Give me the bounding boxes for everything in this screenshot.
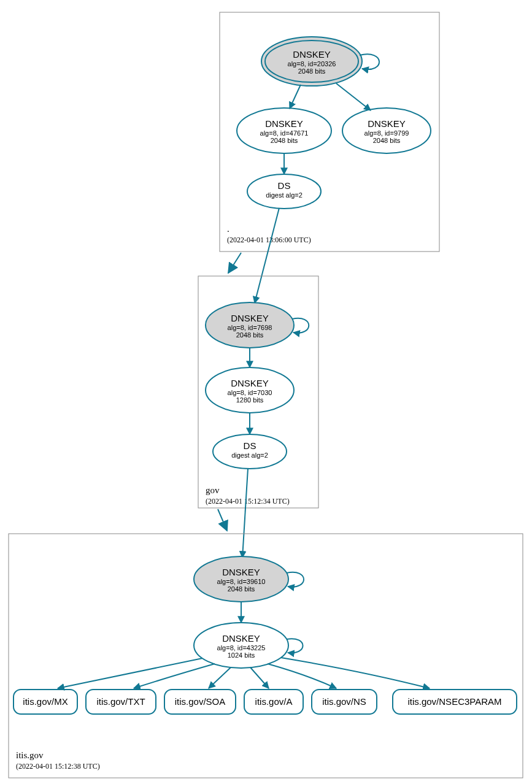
svg-text:1280 bits: 1280 bits (236, 396, 264, 404)
dnssec-chain-diagram: . (2022-04-01 13:06:00 UTC) DNSKEY alg=8… (0, 0, 532, 784)
zone-gov-label: gov (206, 485, 220, 495)
edge-root-to-gov-zone (228, 253, 241, 273)
edge-zsk-to-soa (209, 667, 231, 688)
svg-text:DNSKEY: DNSKEY (222, 633, 260, 644)
node-rr-mx: itis.gov/MX (13, 690, 77, 714)
svg-text:alg=8, id=39610: alg=8, id=39610 (217, 578, 266, 585)
svg-text:DNSKEY: DNSKEY (293, 49, 331, 60)
node-rr-ns: itis.gov/NS (312, 690, 377, 714)
svg-text:2048 bits: 2048 bits (228, 585, 255, 593)
svg-text:2048 bits: 2048 bits (373, 137, 401, 144)
svg-text:2048 bits: 2048 bits (271, 137, 298, 144)
svg-text:alg=8, id=20326: alg=8, id=20326 (288, 60, 336, 67)
edge-zsk-to-txt (134, 664, 215, 688)
node-root-ksk: DNSKEY alg=8, id=20326 2048 bits (261, 37, 362, 86)
svg-text:alg=8, id=7030: alg=8, id=7030 (228, 389, 272, 396)
svg-text:DNSKEY: DNSKEY (265, 118, 303, 129)
svg-text:alg=8, id=43225: alg=8, id=43225 (217, 644, 266, 651)
svg-text:itis.gov/NS: itis.gov/NS (322, 696, 366, 707)
zone-itis-timestamp: (2022-04-01 15:12:38 UTC) (16, 762, 100, 771)
svg-text:alg=8, id=9799: alg=8, id=9799 (364, 129, 409, 137)
node-rr-txt: itis.gov/TXT (86, 690, 156, 714)
zone-gov-timestamp: (2022-04-01 15:12:34 UTC) (206, 497, 290, 505)
node-gov-ksk: DNSKEY alg=8, id=7698 2048 bits (206, 302, 294, 348)
zone-gov: gov (2022-04-01 15:12:34 UTC) DNSKEY alg… (198, 276, 318, 508)
svg-text:DNSKEY: DNSKEY (231, 313, 269, 323)
edge-zsk-to-a (250, 667, 269, 688)
edge-itis-ksk-self (287, 572, 304, 587)
svg-text:itis.gov/MX: itis.gov/MX (23, 696, 67, 707)
edge-root-ksk-to-zsk1 (290, 85, 301, 109)
svg-text:DNSKEY: DNSKEY (222, 567, 260, 577)
zone-itis: itis.gov (2022-04-01 15:12:38 UTC) DNSKE… (9, 534, 523, 778)
svg-text:DS: DS (244, 440, 256, 451)
svg-text:alg=8, id=7698: alg=8, id=7698 (228, 324, 272, 331)
svg-text:DNSKEY: DNSKEY (231, 378, 269, 388)
svg-text:itis.gov/TXT: itis.gov/TXT (96, 696, 145, 707)
svg-text:alg=8, id=47671: alg=8, id=47671 (260, 129, 309, 137)
svg-text:DS: DS (278, 180, 291, 191)
edge-zsk-to-nsec3p (281, 658, 430, 688)
node-itis-ksk: DNSKEY alg=8, id=39610 2048 bits (194, 556, 288, 602)
svg-text:DNSKEY: DNSKEY (368, 118, 406, 129)
svg-text:2048 bits: 2048 bits (298, 67, 326, 75)
svg-text:itis.gov/SOA: itis.gov/SOA (175, 696, 226, 707)
node-rr-nsec3param: itis.gov/NSEC3PARAM (393, 690, 517, 714)
node-gov-ds: DS digest alg=2 (213, 434, 287, 469)
node-root-ds: DS digest alg=2 (247, 174, 321, 209)
node-itis-zsk: DNSKEY alg=8, id=43225 1024 bits (194, 623, 288, 668)
node-rr-soa: itis.gov/SOA (164, 690, 236, 714)
svg-text:digest alg=2: digest alg=2 (231, 452, 268, 459)
svg-text:itis.gov/A: itis.gov/A (255, 696, 293, 707)
edge-gov-ksk-self (292, 318, 309, 333)
svg-text:itis.gov/NSEC3PARAM: itis.gov/NSEC3PARAM (407, 696, 501, 707)
edge-zsk-to-ns (268, 664, 336, 688)
zone-root-label: . (227, 224, 229, 234)
zone-root: . (2022-04-01 13:06:00 UTC) DNSKEY alg=8… (220, 12, 439, 252)
edge-root-ds-to-gov-ksk (255, 208, 279, 303)
edge-gov-ds-to-itis-ksk (242, 469, 248, 558)
node-rr-a: itis.gov/A (244, 690, 303, 714)
svg-text:1024 bits: 1024 bits (228, 651, 255, 659)
svg-text:2048 bits: 2048 bits (236, 331, 264, 339)
node-root-zsk-47671: DNSKEY alg=8, id=47671 2048 bits (237, 108, 331, 153)
node-gov-zsk: DNSKEY alg=8, id=7030 1280 bits (206, 367, 294, 413)
edge-gov-to-itis-zone (218, 509, 227, 531)
node-root-zsk-9799: DNSKEY alg=8, id=9799 2048 bits (342, 108, 431, 153)
zone-root-timestamp: (2022-04-01 13:06:00 UTC) (227, 236, 311, 244)
zone-itis-label: itis.gov (16, 750, 44, 760)
svg-text:digest alg=2: digest alg=2 (266, 191, 303, 199)
edge-root-ksk-to-zsk2 (336, 83, 371, 110)
